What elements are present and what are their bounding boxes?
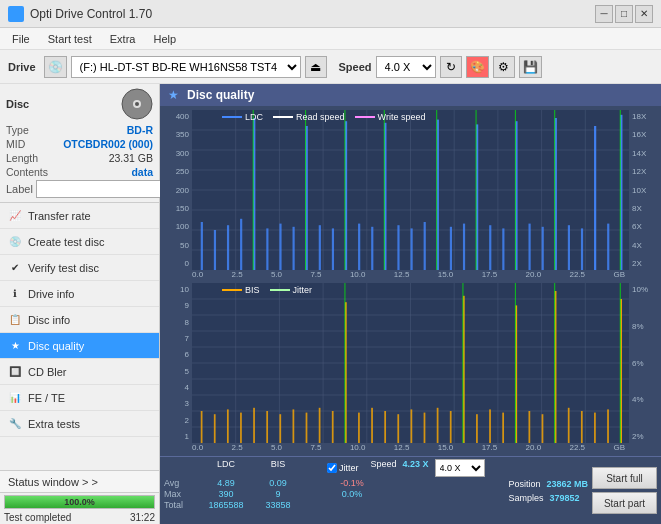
drive-info-icon: ℹ bbox=[8, 287, 22, 301]
svg-rect-98 bbox=[450, 411, 452, 443]
menu-help[interactable]: Help bbox=[145, 31, 184, 47]
avg-label: Avg bbox=[164, 478, 199, 488]
total-label: Total bbox=[164, 500, 199, 510]
svg-rect-45 bbox=[542, 227, 544, 270]
menu-start-test[interactable]: Start test bbox=[40, 31, 100, 47]
svg-rect-22 bbox=[240, 219, 242, 270]
svg-rect-94 bbox=[397, 414, 399, 443]
disc-contents-row: Contents data bbox=[6, 166, 153, 178]
nav-verify-test-disc[interactable]: ✔ Verify test disc bbox=[0, 255, 159, 281]
drive-selector[interactable]: (F:) HL-DT-ST BD-RE WH16NS58 TST4 bbox=[71, 56, 301, 78]
app-title: Opti Drive Control 1.70 bbox=[30, 7, 152, 21]
samples-label: Samples bbox=[508, 493, 543, 503]
write-speed-legend-color bbox=[355, 116, 375, 118]
label-input[interactable] bbox=[36, 180, 169, 198]
type-value: BD-R bbox=[127, 124, 153, 136]
position-value: 23862 MB bbox=[546, 479, 588, 489]
nav-disc-info[interactable]: 📋 Disc info bbox=[0, 307, 159, 333]
title-bar-left: Opti Drive Control 1.70 bbox=[8, 6, 152, 22]
max-jitter: 0.0% bbox=[327, 489, 377, 499]
top-y-axis-right: 18X 16X 14X 12X 10X 8X 6X 4X 2X bbox=[629, 110, 657, 270]
top-x-axis: 0.0 2.5 5.0 7.5 10.0 12.5 15.0 17.5 20.0… bbox=[164, 270, 657, 279]
minimize-button[interactable]: ─ bbox=[595, 5, 613, 23]
svg-rect-25 bbox=[279, 224, 281, 270]
disc-quality-icon: ★ bbox=[8, 339, 22, 353]
nav-cd-bler[interactable]: 🔲 CD Bler bbox=[0, 359, 159, 385]
samples-value: 379852 bbox=[549, 493, 579, 503]
nav-transfer-rate[interactable]: 📈 Transfer rate bbox=[0, 203, 159, 229]
nav-items: 📈 Transfer rate 💿 Create test disc ✔ Ver… bbox=[0, 203, 159, 470]
jitter-checkbox[interactable] bbox=[327, 463, 337, 473]
maximize-button[interactable]: □ bbox=[615, 5, 633, 23]
status-window-btn[interactable]: Status window > > bbox=[0, 471, 159, 493]
nav-create-test-disc-label: Create test disc bbox=[28, 236, 104, 248]
nav-fe-te[interactable]: 📊 FE / TE bbox=[0, 385, 159, 411]
svg-rect-108 bbox=[581, 411, 583, 443]
title-bar: Opti Drive Control 1.70 ─ □ ✕ bbox=[0, 0, 661, 28]
jitter-legend-label: Jitter bbox=[293, 285, 313, 295]
svg-rect-95 bbox=[411, 409, 413, 443]
disc-panel: Disc Type BD-R MID OTCBDR002 (000) Lengt… bbox=[0, 84, 159, 203]
max-ldc: 390 bbox=[201, 489, 251, 499]
svg-rect-26 bbox=[293, 227, 295, 270]
legend-write-speed: Write speed bbox=[355, 112, 426, 122]
read-speed-legend-color bbox=[273, 116, 293, 118]
bottom-chart-body: BIS Jitter bbox=[192, 283, 629, 443]
title-bar-controls: ─ □ ✕ bbox=[595, 5, 653, 23]
nav-create-test-disc[interactable]: 💿 Create test disc bbox=[0, 229, 159, 255]
samples-row: Samples 379852 bbox=[508, 493, 588, 503]
close-button[interactable]: ✕ bbox=[635, 5, 653, 23]
write-speed-legend-label: Write speed bbox=[378, 112, 426, 122]
nav-verify-test-disc-label: Verify test disc bbox=[28, 262, 99, 274]
nav-extra-tests[interactable]: 🔧 Extra tests bbox=[0, 411, 159, 437]
disc-info-icon: 📋 bbox=[8, 313, 22, 327]
content-area: ★ Disc quality 400 350 300 250 200 150 1… bbox=[160, 84, 661, 524]
legend-ldc: LDC bbox=[222, 112, 263, 122]
speed-selector[interactable]: 4.0 X 1.0 X 2.0 X 8.0 X Max bbox=[376, 56, 436, 78]
svg-rect-92 bbox=[371, 408, 373, 443]
gb-label-top: GB bbox=[613, 270, 629, 279]
refresh-btn[interactable]: ↻ bbox=[440, 56, 462, 78]
svg-rect-101 bbox=[489, 409, 491, 443]
menu-file[interactable]: File bbox=[4, 31, 38, 47]
nav-disc-quality[interactable]: ★ Disc quality bbox=[0, 333, 159, 359]
speed-test-dropdown[interactable]: 4.0 X bbox=[435, 459, 485, 477]
svg-rect-83 bbox=[253, 408, 255, 443]
total-bis: 33858 bbox=[253, 500, 303, 510]
contents-value: data bbox=[131, 166, 153, 178]
transfer-rate-icon: 📈 bbox=[8, 209, 22, 223]
fe-te-icon: 📊 bbox=[8, 391, 22, 405]
menu-extra[interactable]: Extra bbox=[102, 31, 144, 47]
disc-image-icon bbox=[121, 88, 153, 120]
settings-btn[interactable]: ⚙ bbox=[493, 56, 515, 78]
max-bis: 9 bbox=[253, 489, 303, 499]
svg-rect-81 bbox=[227, 409, 229, 443]
length-value: 23.31 GB bbox=[109, 152, 153, 164]
bottom-y-axis-right: 10% 8% 6% 4% 2% bbox=[629, 283, 657, 443]
svg-rect-32 bbox=[371, 227, 373, 270]
save-btn[interactable]: 💾 bbox=[519, 56, 542, 78]
avg-jitter: -0.1% bbox=[327, 478, 377, 488]
svg-rect-104 bbox=[528, 411, 530, 443]
color-btn[interactable]: 🎨 bbox=[466, 56, 489, 78]
nav-transfer-rate-label: Transfer rate bbox=[28, 210, 91, 222]
start-part-button[interactable]: Start part bbox=[592, 492, 657, 514]
svg-point-2 bbox=[135, 102, 139, 106]
main-area: Disc Type BD-R MID OTCBDR002 (000) Lengt… bbox=[0, 84, 661, 524]
svg-rect-19 bbox=[201, 222, 203, 270]
svg-rect-24 bbox=[266, 228, 268, 270]
disc-panel-title: Disc bbox=[6, 98, 29, 110]
ldc-legend-label: LDC bbox=[245, 112, 263, 122]
eject-btn[interactable]: ⏏ bbox=[305, 56, 327, 78]
bottom-chart-wrapper: 10 9 8 7 6 5 4 3 2 1 bbox=[164, 283, 657, 443]
speed-label: Speed bbox=[339, 61, 372, 73]
svg-rect-85 bbox=[279, 414, 281, 443]
bottom-chart-svg bbox=[192, 283, 629, 443]
position-panel: Position 23862 MB Samples 379852 bbox=[508, 459, 588, 522]
start-full-button[interactable]: Start full bbox=[592, 467, 657, 489]
drive-icon-btn[interactable]: 💿 bbox=[44, 56, 67, 78]
verify-test-disc-icon: ✔ bbox=[8, 261, 22, 275]
gb-label-bottom: GB bbox=[613, 443, 629, 452]
nav-drive-info-label: Drive info bbox=[28, 288, 74, 300]
nav-drive-info[interactable]: ℹ Drive info bbox=[0, 281, 159, 307]
